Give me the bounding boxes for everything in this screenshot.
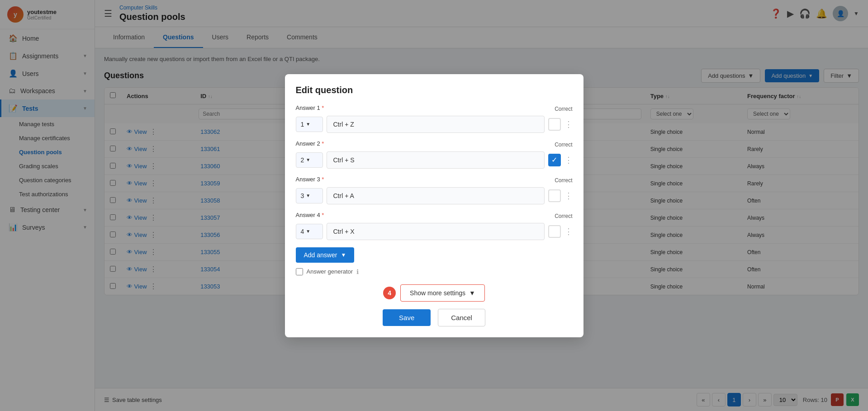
show-more-settings-button[interactable]: Show more settings ▼ bbox=[400, 284, 485, 302]
answer-3-menu-icon[interactable]: ⋮ bbox=[564, 191, 573, 201]
answer-1-label: Answer 1 * bbox=[296, 104, 324, 111]
answer-generator-row: Answer generator ℹ bbox=[296, 268, 573, 275]
save-button[interactable]: Save bbox=[383, 309, 431, 326]
answer-3-label: Answer 3 * bbox=[296, 176, 324, 183]
answer-1-row: Answer 1 * Correct 1 ▼ ⋮ bbox=[296, 104, 573, 133]
answer-4-menu-icon[interactable]: ⋮ bbox=[564, 227, 573, 236]
correct-label-3: Correct bbox=[550, 177, 573, 184]
cancel-button[interactable]: Cancel bbox=[438, 309, 485, 326]
modal-overlay[interactable]: Edit question Answer 1 * Correct 1 ▼ ⋮ A… bbox=[0, 0, 868, 411]
answer-4-input[interactable] bbox=[327, 223, 545, 240]
correct-label-2: Correct bbox=[550, 142, 573, 148]
chevron-down-icon: ▼ bbox=[306, 193, 310, 198]
edit-question-modal: Edit question Answer 1 * Correct 1 ▼ ⋮ A… bbox=[285, 74, 583, 337]
show-more-row: 4 Show more settings ▼ bbox=[296, 284, 573, 302]
answer-3-row: Answer 3 * Correct 3 ▼ ⋮ bbox=[296, 176, 573, 204]
chevron-down-icon: ▼ bbox=[306, 122, 310, 127]
answer-4-row: Answer 4 * Correct 4 ▼ ⋮ bbox=[296, 212, 573, 240]
correct-label-1: Correct bbox=[550, 106, 573, 112]
answer-4-correct-checkbox[interactable] bbox=[548, 225, 561, 238]
answer-1-input-row: 1 ▼ ⋮ bbox=[296, 116, 573, 133]
answer-generator-label: Answer generator bbox=[307, 268, 353, 275]
answer-2-num-select[interactable]: 2 ▼ bbox=[296, 152, 323, 168]
answer-1-menu-icon[interactable]: ⋮ bbox=[564, 119, 573, 129]
correct-label-4: Correct bbox=[550, 213, 573, 219]
answer-2-row: Answer 2 * Correct 2 ▼ ✓ ⋮ bbox=[296, 140, 573, 169]
answer-2-input[interactable] bbox=[327, 151, 545, 169]
modal-footer: Save Cancel bbox=[296, 309, 573, 326]
chevron-down-icon: ▼ bbox=[306, 229, 310, 234]
chevron-down-icon: ▼ bbox=[341, 252, 346, 258]
answer-3-input-row: 3 ▼ ⋮ bbox=[296, 187, 573, 204]
answer-2-menu-icon[interactable]: ⋮ bbox=[564, 155, 573, 165]
modal-title: Edit question bbox=[296, 85, 573, 95]
answer-1-input[interactable] bbox=[327, 116, 545, 133]
answer-2-label: Answer 2 * bbox=[296, 140, 324, 147]
answer-4-num-select[interactable]: 4 ▼ bbox=[296, 224, 323, 239]
answer-3-correct-checkbox[interactable] bbox=[548, 189, 561, 202]
answer-2-input-row: 2 ▼ ✓ ⋮ bbox=[296, 151, 573, 169]
step-badge: 4 bbox=[383, 287, 396, 299]
answer-4-label: Answer 4 * bbox=[296, 212, 324, 218]
answer-1-correct-checkbox[interactable] bbox=[548, 118, 561, 131]
answer-2-correct-checkbox[interactable]: ✓ bbox=[548, 154, 561, 166]
answer-1-num-select[interactable]: 1 ▼ bbox=[296, 117, 323, 132]
answer-3-num-select[interactable]: 3 ▼ bbox=[296, 188, 323, 203]
answer-4-input-row: 4 ▼ ⋮ bbox=[296, 223, 573, 240]
answer-3-input[interactable] bbox=[327, 187, 545, 204]
chevron-down-icon: ▼ bbox=[306, 157, 310, 162]
chevron-down-icon: ▼ bbox=[469, 289, 475, 297]
info-icon[interactable]: ℹ bbox=[356, 268, 359, 275]
add-answer-button[interactable]: Add answer ▼ bbox=[296, 247, 355, 263]
answer-generator-checkbox[interactable] bbox=[296, 268, 303, 275]
